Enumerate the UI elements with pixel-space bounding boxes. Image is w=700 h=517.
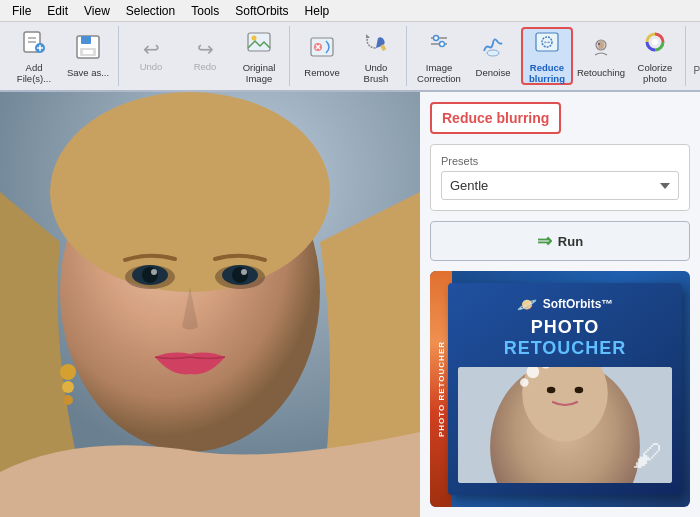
menu-view[interactable]: View: [76, 2, 118, 20]
image-correction-icon: [425, 28, 453, 60]
right-panel: Reduce blurring Presets Gentle Normal St…: [420, 92, 700, 517]
denoise-button[interactable]: Denoise: [467, 27, 519, 85]
save-as-label: Save as...: [67, 67, 109, 78]
presets-select[interactable]: Gentle Normal Strong: [441, 171, 679, 200]
svg-point-51: [520, 378, 529, 387]
svg-point-47: [547, 386, 556, 392]
toolbar: Add File(s)... Save as... ↩ Undo ↪ Redo: [0, 22, 700, 92]
retouching-icon: [587, 33, 615, 65]
planet-icon: 🪐: [517, 295, 537, 314]
add-files-icon: [20, 28, 48, 60]
remove-icon: [308, 33, 336, 65]
svg-point-21: [487, 50, 499, 56]
previous-label: Previous: [694, 65, 700, 76]
svg-rect-9: [83, 50, 93, 54]
retouching-label: Retouching: [577, 67, 625, 78]
svg-point-27: [598, 43, 600, 45]
retouching-button[interactable]: Retouching: [575, 27, 627, 85]
reduce-blurring-icon: ↔: [533, 28, 561, 60]
toolbar-file-group: Add File(s)... Save as...: [4, 26, 119, 86]
product-box-inner: 🪐 SoftOrbits™ PHOTO RETOUCHER: [448, 283, 682, 495]
original-image-button[interactable]: Original Image: [233, 27, 285, 85]
save-as-button[interactable]: Save as...: [62, 27, 114, 85]
run-label: Run: [558, 234, 583, 249]
svg-point-19: [434, 35, 439, 40]
product-title-main: PHOTO: [531, 318, 600, 338]
add-files-label: Add File(s)...: [9, 62, 59, 85]
original-image-icon: [245, 28, 273, 60]
toolbar-edit-group: ↩ Undo ↪ Redo Original Image: [121, 26, 290, 86]
presets-section: Presets Gentle Normal Strong: [430, 144, 690, 211]
menu-help[interactable]: Help: [297, 2, 338, 20]
menu-selection[interactable]: Selection: [118, 2, 183, 20]
product-image-area: 🖌: [458, 367, 672, 484]
undo-brush-button[interactable]: Undo Brush: [350, 27, 402, 85]
product-logo-area: 🪐 SoftOrbits™: [517, 295, 614, 314]
menu-softorbits[interactable]: SoftOrbits: [227, 2, 296, 20]
menu-bar: File Edit View Selection Tools SoftOrbit…: [0, 0, 700, 22]
reduce-blurring-title: Reduce blurring: [430, 102, 561, 134]
softorbits-brand: SoftOrbits™: [543, 297, 614, 311]
undo-button[interactable]: ↩ Undo: [125, 27, 177, 85]
reduce-blurring-button[interactable]: ↔ Reduce blurring: [521, 27, 573, 85]
toolbar-corrections-group: Image Correction Denoise ↔ Reduce blurri…: [409, 26, 686, 86]
original-image-label: Original Image: [234, 62, 284, 85]
colorize-icon: [641, 28, 669, 60]
run-button[interactable]: ⇒ Run: [430, 221, 690, 261]
svg-point-29: [652, 39, 658, 45]
product-title-sub: RETOUCHER: [504, 338, 627, 359]
photo-overlay: [0, 92, 420, 517]
toolbar-tools-group: Remove Undo Brush: [292, 26, 407, 86]
svg-point-20: [440, 41, 445, 46]
previous-button[interactable]: ⇦ Previous: [688, 27, 700, 85]
svg-point-48: [575, 386, 584, 392]
nav-group: ⇦ Previous ⇨ Next: [688, 26, 700, 86]
redo-label: Redo: [194, 61, 217, 72]
undo-brush-icon: [362, 28, 390, 60]
menu-tools[interactable]: Tools: [183, 2, 227, 20]
brush-icon: 🖌: [632, 439, 662, 473]
menu-file[interactable]: File: [4, 2, 39, 20]
redo-icon: ↪: [197, 39, 214, 59]
remove-label: Remove: [304, 67, 339, 78]
remove-button[interactable]: Remove: [296, 27, 348, 85]
svg-rect-10: [248, 33, 270, 51]
product-strip-text: PHOTO RETOUCHER: [437, 341, 446, 437]
undo-label: Undo: [140, 61, 163, 72]
reduce-blurring-label: Reduce blurring: [523, 62, 571, 85]
product-box: PHOTO RETOUCHER 🪐 SoftOrbits™ PHOTO RETO…: [430, 271, 690, 507]
svg-rect-7: [81, 36, 91, 44]
undo-brush-label: Undo Brush: [351, 62, 401, 85]
denoise-icon: [479, 33, 507, 65]
add-files-button[interactable]: Add File(s)...: [8, 27, 60, 85]
image-panel: [0, 92, 420, 517]
image-correction-label: Image Correction: [414, 62, 464, 85]
menu-edit[interactable]: Edit: [39, 2, 76, 20]
main-content: Reduce blurring Presets Gentle Normal St…: [0, 92, 700, 517]
denoise-label: Denoise: [476, 67, 511, 78]
run-arrow-icon: ⇒: [537, 230, 552, 252]
svg-point-26: [598, 41, 604, 49]
save-icon: [74, 33, 102, 65]
section-header: Reduce blurring: [430, 102, 690, 134]
image-correction-button[interactable]: Image Correction: [413, 27, 465, 85]
colorize-photo-button[interactable]: Colorize photo: [629, 27, 681, 85]
presets-label: Presets: [441, 155, 679, 167]
svg-point-11: [252, 35, 257, 40]
undo-icon: ↩: [143, 39, 160, 59]
colorize-photo-label: Colorize photo: [630, 62, 680, 85]
redo-button[interactable]: ↪ Redo: [179, 27, 231, 85]
